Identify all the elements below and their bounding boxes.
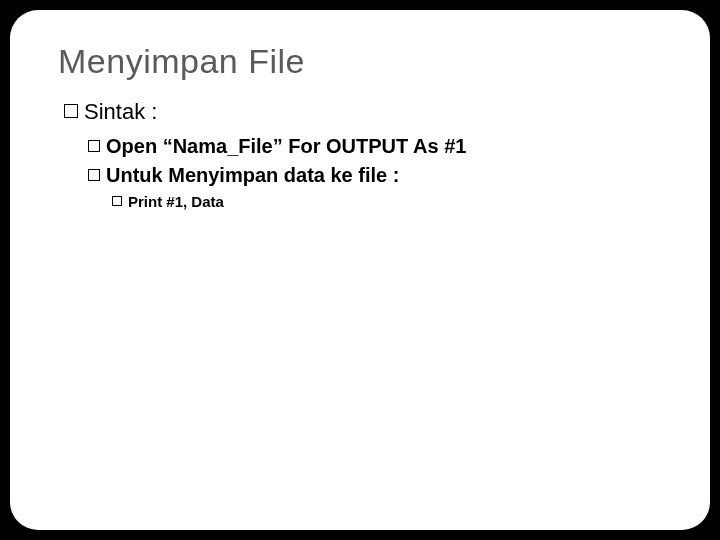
bullet-level2: Untuk Menyimpan data ke file : <box>88 164 662 187</box>
bullet-text-l2: Untuk Menyimpan data ke file : <box>106 164 399 187</box>
bullet-level2: Open “Nama_File” For OUTPUT As #1 <box>88 135 662 158</box>
square-bullet-icon <box>64 104 78 118</box>
bullet-level3: Print #1, Data <box>112 193 662 210</box>
square-bullet-icon <box>88 169 100 181</box>
bullet-text-l1: Sintak : <box>84 99 157 125</box>
slide-title: Menyimpan File <box>58 42 662 81</box>
square-bullet-icon <box>112 196 122 206</box>
bullet-text-l2: Open “Nama_File” For OUTPUT As #1 <box>106 135 466 158</box>
slide-container: Menyimpan File Sintak : Open “Nama_File”… <box>10 10 710 530</box>
square-bullet-icon <box>88 140 100 152</box>
bullet-level1: Sintak : <box>64 99 662 125</box>
bullet-text-l3: Print #1, Data <box>128 193 224 210</box>
